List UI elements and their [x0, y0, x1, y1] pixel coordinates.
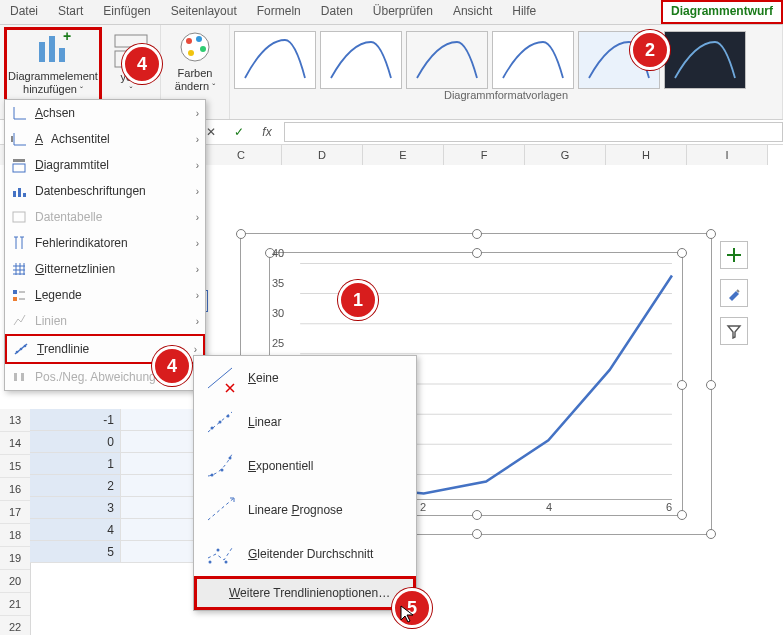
menu-label: Trendlinie [37, 342, 89, 356]
submenu-item-moving-average[interactable]: Gleitender Durchschnitt [194, 532, 416, 576]
tab-pagelayout[interactable]: Seitenlayout [161, 0, 247, 24]
submenu-item-more-options[interactable]: Weitere Trendlinienoptionen… [194, 576, 416, 610]
table-row: 1 [30, 453, 212, 475]
cell[interactable]: 4 [30, 519, 121, 541]
chart-styles-gallery[interactable] [234, 27, 778, 89]
chevron-right-icon: › [196, 160, 199, 171]
menu-item-axes[interactable]: Achsen› [5, 100, 205, 126]
svg-point-45 [24, 345, 27, 348]
col-header[interactable]: I [687, 145, 768, 165]
svg-rect-30 [13, 164, 25, 172]
tab-formulas[interactable]: Formeln [247, 0, 311, 24]
cell[interactable]: 3 [30, 497, 121, 519]
chevron-right-icon: › [196, 238, 199, 249]
submenu-item-linear[interactable]: Linear [194, 400, 416, 444]
tab-view[interactable]: Ansicht [443, 0, 502, 24]
axis-titles-icon [11, 131, 27, 147]
formula-bar-input[interactable] [284, 122, 783, 142]
menu-label: A [35, 132, 43, 146]
formula-enter-icon[interactable]: ✓ [228, 125, 250, 139]
svg-rect-46 [14, 373, 17, 381]
chevron-right-icon: › [194, 344, 197, 355]
cell[interactable]: 0 [30, 431, 121, 453]
menu-item-gridlines[interactable]: Gitternetzlinien› [5, 256, 205, 282]
cell[interactable]: -1 [30, 409, 121, 431]
menu-label: Achsen [35, 106, 75, 120]
row-header[interactable]: 21 [0, 593, 30, 616]
submenu-label: Keine [248, 371, 279, 385]
submenu-label: Gleitender Durchschnitt [248, 547, 373, 561]
tab-chart-design[interactable]: Diagrammentwurf [661, 0, 783, 24]
data-table-icon [11, 209, 27, 225]
tab-home[interactable]: Start [48, 0, 93, 24]
menu-item-data-table: Datentabelle› [5, 204, 205, 230]
fx-icon[interactable]: fx [256, 125, 278, 139]
chart-filter-icon[interactable] [720, 317, 748, 345]
tab-review[interactable]: Überprüfen [363, 0, 443, 24]
col-header[interactable]: F [444, 145, 525, 165]
row-header[interactable]: 20 [0, 570, 30, 593]
chart-styles-group-label: Diagrammformatvorlagen [234, 89, 778, 101]
submenu-item-none[interactable]: Keine [194, 356, 416, 400]
row-header[interactable]: 14 [0, 432, 30, 455]
menu-label: Datenbeschriftungen [35, 184, 146, 198]
style-thumb[interactable] [492, 31, 574, 89]
chart-elements-icon[interactable] [720, 241, 748, 269]
col-header[interactable]: H [606, 145, 687, 165]
style-thumb[interactable] [320, 31, 402, 89]
table-row: 5 [30, 541, 212, 563]
chevron-right-icon: › [196, 290, 199, 301]
gridlines-icon [11, 261, 27, 277]
cell[interactable]: 1 [30, 453, 121, 475]
svg-point-53 [229, 457, 232, 460]
col-header[interactable]: E [363, 145, 444, 165]
svg-rect-17 [665, 32, 745, 88]
style-thumb[interactable] [406, 31, 488, 89]
tab-data[interactable]: Daten [311, 0, 363, 24]
menu-item-data-labels[interactable]: Datenbeschriftungen› [5, 178, 205, 204]
menu-item-axis-titles[interactable]: A Achsentitel Achsentitel› [5, 126, 205, 152]
exponential-icon [204, 450, 236, 482]
change-colors-label2: ändern ˇ [175, 80, 215, 94]
chart-style-icon[interactable] [720, 279, 748, 307]
callout-1: 1 [338, 280, 378, 320]
data-labels-icon [11, 183, 27, 199]
row-header[interactable]: 13 [0, 409, 30, 432]
cursor-icon [400, 605, 414, 623]
callout-2: 2 [630, 30, 670, 70]
cell[interactable]: 5 [30, 541, 121, 563]
row-header[interactable]: 17 [0, 501, 30, 524]
submenu-item-exponential[interactable]: Exponentiell [194, 444, 416, 488]
menu-item-legend[interactable]: Legende› [5, 282, 205, 308]
row-header[interactable]: 18 [0, 524, 30, 547]
table-row: 2 [30, 475, 212, 497]
svg-rect-31 [13, 191, 16, 197]
col-header[interactable]: G [525, 145, 606, 165]
row-header[interactable]: 19 [0, 547, 30, 570]
row-header[interactable]: 15 [0, 455, 30, 478]
menu-item-error-bars[interactable]: Fehlerindikatoren› [5, 230, 205, 256]
col-header[interactable]: C [201, 145, 282, 165]
change-colors-label1: Farben [178, 67, 213, 80]
tab-help[interactable]: Hilfe [502, 0, 546, 24]
svg-rect-40 [13, 297, 17, 301]
change-colors-button[interactable]: Farben ändern ˇ [165, 27, 225, 96]
svg-point-52 [221, 469, 224, 472]
chevron-right-icon: › [196, 134, 199, 145]
style-thumb[interactable] [664, 31, 746, 89]
chevron-right-icon: › [196, 264, 199, 275]
palette-icon [177, 29, 213, 65]
chart-title-icon [11, 157, 27, 173]
svg-rect-39 [13, 290, 17, 294]
submenu-item-linear-forecast[interactable]: Lineare Prognose Lineare Prognose [194, 488, 416, 532]
row-header[interactable]: 22 [0, 616, 30, 635]
tab-insert[interactable]: Einfügen [93, 0, 160, 24]
col-header[interactable]: D [282, 145, 363, 165]
menu-item-chart-title[interactable]: Diagrammtitel› [5, 152, 205, 178]
cell[interactable]: 2 [30, 475, 121, 497]
row-header[interactable]: 16 [0, 478, 30, 501]
chevron-right-icon: › [196, 186, 199, 197]
style-thumb[interactable] [234, 31, 316, 89]
add-chart-element-button[interactable]: + Diagrammelement hinzufügen ˇ [4, 27, 102, 102]
tab-file[interactable]: Datei [0, 0, 48, 24]
